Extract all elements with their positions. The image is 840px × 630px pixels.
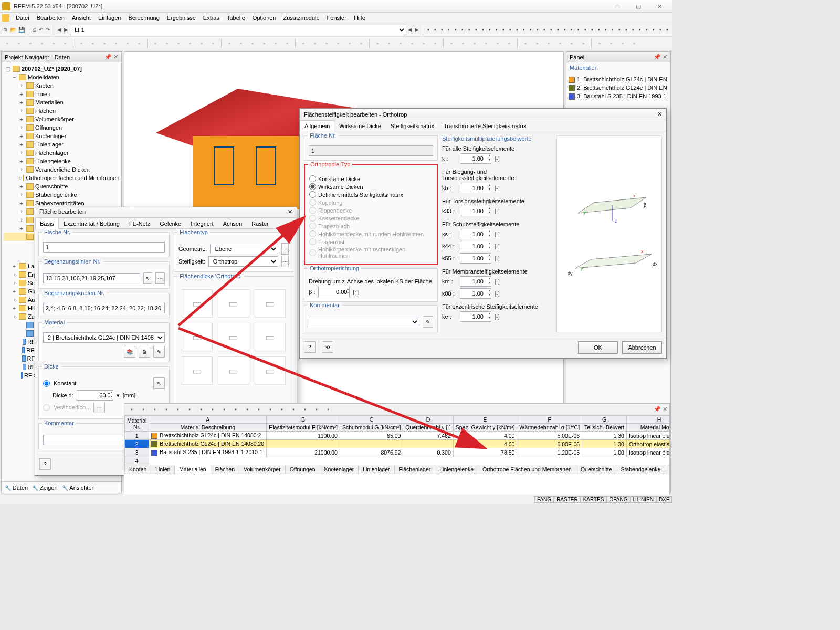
toolbar-button[interactable]: ▪	[534, 25, 540, 35]
undo-icon[interactable]: ↶	[38, 25, 44, 35]
table-toolbar-button[interactable]: ▪	[138, 404, 149, 415]
dialog-tab[interactable]: Steifigkeitsmatrix	[386, 120, 439, 131]
tree-item[interactable]: +Querschnitte	[4, 182, 119, 191]
tree-item[interactable]: +Linienlager	[4, 140, 119, 149]
dialog-close-icon[interactable]: ✕	[657, 111, 662, 118]
toolbar-button[interactable]: ▫	[185, 38, 195, 49]
boundary-nodes-input[interactable]	[43, 303, 165, 313]
toolbar-button[interactable]: ▪	[425, 25, 431, 35]
geometry-select[interactable]: Ebene	[210, 244, 278, 254]
minimize-button[interactable]: —	[607, 1, 628, 12]
toolbar-button[interactable]: ▪	[453, 25, 458, 35]
close-button[interactable]: ✕	[649, 1, 670, 12]
toolbar-button[interactable]: ▫	[247, 38, 258, 49]
table-row[interactable]: 2Brettschichtholz GL24c | DIN EN 14080:2…	[125, 440, 670, 448]
toolbar-button[interactable]: ▫	[88, 38, 98, 49]
nav-tab-daten[interactable]: Daten	[5, 485, 28, 491]
toolbar-button[interactable]: ▫	[578, 38, 589, 49]
table-toolbar-button[interactable]: ▪	[311, 404, 322, 415]
toolbar-button[interactable]: ▫	[196, 38, 207, 49]
ortho-thumb[interactable]: ▭	[182, 323, 213, 351]
toolbar-button[interactable]: ▫	[481, 38, 491, 49]
table-sheet-tab[interactable]: Flächen	[211, 465, 239, 474]
dialog-tab[interactable]: Basis	[35, 218, 59, 229]
menu-item[interactable]: Berechnung	[125, 14, 162, 22]
k33-input[interactable]	[460, 206, 491, 216]
arrow-left-icon[interactable]: ◀	[56, 25, 62, 35]
toolbar-button[interactable]: ▫	[134, 38, 144, 49]
toolbar-button[interactable]: ▪	[589, 25, 595, 35]
comment-edit-icon[interactable]: ✎	[423, 316, 433, 328]
menu-item[interactable]: Hilfe	[351, 14, 369, 22]
menu-item[interactable]: Fenster	[324, 14, 350, 22]
help-icon[interactable]: ?	[304, 341, 316, 353]
status-segment[interactable]: DXF	[656, 496, 672, 503]
toolbar-button[interactable]: ▫	[321, 38, 332, 49]
toolbar-button[interactable]: ▫	[259, 38, 269, 49]
variable-edit-icon[interactable]: ⋯	[93, 402, 105, 413]
toolbar-button[interactable]: ▫	[150, 38, 161, 49]
toolbar-button[interactable]: ▫	[270, 38, 281, 49]
dialog-close-icon[interactable]: ✕	[288, 208, 292, 216]
toolbar-button[interactable]: ▫	[310, 38, 320, 49]
stiffness-edit-icon[interactable]: ⋯	[281, 256, 289, 267]
toolbar-button[interactable]: ▪	[630, 25, 636, 35]
toolbar-button[interactable]: ▫	[76, 38, 87, 49]
ortho-thumb[interactable]: ▭	[182, 356, 213, 385]
table-sheet-tab[interactable]: Knoten	[124, 465, 151, 474]
ortho-thumb[interactable]: ▭	[218, 356, 249, 385]
ortho-thumb[interactable]: ▭	[255, 356, 286, 385]
toolbar-button[interactable]: ▫	[395, 38, 406, 49]
ortho-type-radio[interactable]: Wirksame Dicken	[309, 183, 433, 190]
k88-input[interactable]	[460, 288, 491, 299]
nav-tab-zeigen[interactable]: Zeigen	[32, 485, 57, 491]
kb-input[interactable]	[460, 183, 491, 193]
toolbar-button[interactable]: ▫	[37, 38, 47, 49]
toolbar-button[interactable]: ▫	[418, 38, 429, 49]
toolbar-button[interactable]: ▫	[298, 38, 309, 49]
material-new-icon[interactable]: 🗎	[139, 346, 150, 358]
ok-button[interactable]: OK	[578, 341, 618, 354]
status-segment[interactable]: KARTES	[581, 496, 607, 503]
table-toolbar-button[interactable]: ▪	[288, 404, 299, 415]
table-sheet-tab[interactable]: Flächenlager	[394, 465, 436, 474]
toolbar-button[interactable]: ▪	[528, 25, 533, 35]
toolbar-button[interactable]: ▫	[629, 38, 639, 49]
material-lib-icon[interactable]: 📚	[124, 346, 135, 358]
menu-item[interactable]: Ergebnisse	[164, 14, 199, 22]
beta-input[interactable]	[318, 287, 350, 297]
menu-item[interactable]: Optionen	[249, 14, 279, 22]
toolbar-button[interactable]: ▫	[458, 38, 468, 49]
toolbar-button[interactable]: ▪	[657, 25, 663, 35]
k-input[interactable]	[460, 153, 491, 164]
nav-tab-ansichten[interactable]: Ansichten	[62, 485, 95, 491]
toolbar-button[interactable]: ▪	[623, 25, 629, 35]
open-icon[interactable]: 📂	[9, 25, 17, 35]
table-toolbar-button[interactable]: ▪	[127, 404, 137, 415]
toolbar-button[interactable]: ▪	[555, 25, 561, 35]
dialog-tab[interactable]: Transformierte Steifigkeitsmatrix	[439, 120, 531, 131]
toolbar-button[interactable]: ▫	[333, 38, 343, 49]
toolbar-button[interactable]: ▪	[439, 25, 445, 35]
material-legend-item[interactable]: 3: Baustahl S 235 | DIN EN 1993-1	[569, 92, 668, 100]
dialog-tab[interactable]: Raster	[247, 218, 273, 229]
stiffness-select[interactable]: Orthotrop	[208, 256, 278, 267]
dialog-tab[interactable]: Achsen	[218, 218, 247, 229]
material-edit-icon[interactable]: ✎	[153, 346, 165, 358]
loadcase-combo[interactable]: LF1	[70, 25, 406, 35]
ortho-thumb[interactable]: ▭	[218, 323, 249, 351]
toolbar-button[interactable]: ▫	[372, 38, 383, 49]
toolbar-button[interactable]: ▪	[487, 25, 492, 35]
toolbar-button[interactable]: ▫	[48, 38, 59, 49]
table-toolbar-button[interactable]: ▪	[207, 404, 218, 415]
table-sheet-tab[interactable]: Linien	[151, 465, 175, 474]
toolbar-button[interactable]: ▫	[99, 38, 110, 49]
toolbar-button[interactable]: ▪	[521, 25, 527, 35]
toolbar-button[interactable]: ▪	[610, 25, 615, 35]
toolbar-button[interactable]: ▪	[650, 25, 656, 35]
table-sheet-tab[interactable]: Stabendgelenke	[616, 465, 665, 474]
default-icon[interactable]: ⟲	[322, 341, 333, 353]
table-row[interactable]: 1Brettschichtholz GL24c | DIN EN 14080:2…	[125, 432, 670, 440]
toolbar-button[interactable]: ▫	[384, 38, 394, 49]
toolbar-button[interactable]: ▫	[236, 38, 246, 49]
